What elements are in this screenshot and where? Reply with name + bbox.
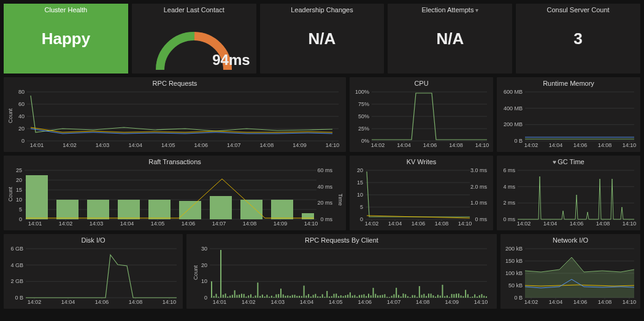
svg-rect-299: [426, 296, 427, 298]
svg-text:50 kB: 50 kB: [508, 282, 523, 289]
panel-leader-last-contact[interactable]: Leader Last Contact 94ms: [132, 4, 256, 74]
svg-rect-294: [414, 295, 415, 298]
svg-text:0: 0: [360, 216, 363, 222]
svg-text:14:08: 14:08: [416, 299, 430, 305]
svg-text:14:06: 14:06: [423, 142, 437, 148]
svg-rect-306: [442, 285, 443, 298]
svg-text:50%: 50%: [358, 113, 369, 119]
panel-runtime-memory[interactable]: Runtime Memory 0 B200 MB400 MB600 MB 14:…: [497, 77, 640, 152]
panel-election-attempts[interactable]: Election Attempts N/A: [388, 4, 512, 74]
gauge-value: 94ms: [212, 51, 250, 69]
svg-rect-281: [384, 294, 385, 298]
svg-rect-312: [456, 293, 457, 298]
svg-text:14:10: 14:10: [623, 299, 637, 305]
panel-title: Consul Server Count: [516, 4, 640, 13]
panel-leadership-changes[interactable]: Leadership Changes N/A: [260, 4, 385, 74]
panel-title: Cluster Health: [4, 4, 128, 13]
panel-rpc-requests-by-client[interactable]: RPC Requests By Client Count 0102030 14:…: [186, 234, 497, 309]
svg-rect-215: [232, 295, 233, 298]
svg-text:200 MB: 200 MB: [504, 121, 523, 127]
svg-rect-315: [462, 296, 464, 298]
svg-text:20: 20: [18, 126, 25, 132]
svg-text:14:02: 14:02: [517, 221, 531, 227]
svg-rect-218: [239, 295, 240, 298]
heart-icon: ♥: [553, 159, 556, 165]
svg-rect-300: [428, 293, 429, 298]
bars: [26, 175, 314, 219]
panel-title: RPC Requests By Client: [186, 234, 497, 244]
chart: Count 020406080 14:0114:0214:0314:0414:0…: [7, 89, 342, 149]
svg-text:14:01: 14:01: [213, 299, 227, 305]
svg-rect-291: [407, 296, 408, 298]
svg-text:14:06: 14:06: [182, 221, 196, 227]
panel-gc-time[interactable]: ♥GC Time 0 ms2 ms4 ms6 ms 14:0214:0414:0…: [497, 156, 640, 230]
svg-text:Count: Count: [193, 265, 199, 280]
svg-rect-114: [240, 200, 263, 219]
svg-marker-346: [525, 257, 634, 298]
svg-rect-256: [326, 291, 328, 298]
svg-text:0 B: 0 B: [514, 295, 523, 301]
svg-rect-109: [87, 200, 109, 219]
svg-text:14:01: 14:01: [30, 142, 44, 148]
svg-rect-222: [248, 295, 249, 298]
svg-rect-283: [389, 297, 390, 298]
svg-text:14:04: 14:04: [120, 221, 134, 227]
svg-text:14:02: 14:02: [63, 142, 77, 148]
panel-raft-transactions[interactable]: Raft Transactions Count Time 0510152025 …: [4, 156, 346, 230]
panel-cluster-health[interactable]: Cluster Health Happy: [4, 4, 128, 74]
svg-text:Count: Count: [7, 186, 13, 202]
svg-rect-268: [354, 295, 355, 298]
panel-title: Raft Transactions: [4, 156, 346, 165]
svg-rect-247: [305, 295, 307, 298]
svg-text:6 GB: 6 GB: [10, 246, 23, 252]
svg-text:14:04: 14:04: [549, 142, 563, 148]
svg-rect-244: [299, 296, 300, 298]
svg-rect-279: [380, 295, 381, 298]
svg-text:5: 5: [360, 204, 363, 210]
svg-rect-320: [474, 294, 475, 298]
svg-rect-304: [437, 295, 439, 298]
panel-kv-writes[interactable]: KV Writes 05101520 0 ms1.0 ms2.0 ms3.0 m…: [350, 156, 493, 230]
svg-rect-113: [210, 196, 232, 219]
svg-rect-264: [345, 295, 346, 298]
panel-network-io[interactable]: Network I/O 0 B50 kB100 kB150 kB200 kB 1…: [500, 234, 640, 309]
svg-text:14:02: 14:02: [524, 142, 539, 148]
svg-rect-261: [338, 296, 339, 298]
svg-rect-253: [320, 296, 321, 298]
panel-title: Disk I/O: [4, 234, 183, 244]
panel-title-dropdown[interactable]: Election Attempts: [388, 4, 512, 13]
svg-text:14:04: 14:04: [543, 221, 558, 227]
svg-rect-231: [269, 296, 270, 298]
svg-rect-278: [377, 295, 378, 298]
panel-rpc-requests[interactable]: RPC Requests Count 020406080 14:0114:021…: [4, 77, 346, 152]
svg-rect-107: [26, 175, 48, 219]
svg-text:25: 25: [16, 168, 22, 173]
svg-rect-219: [241, 293, 242, 298]
panel-disk-io[interactable]: Disk I/O 0 B2 GB4 GB6 GB 14:0214:0414:06…: [4, 234, 183, 309]
svg-text:4 GB: 4 GB: [10, 262, 23, 268]
panel-cpu[interactable]: CPU 0%25%50%75%100% 14:0214:0414:0614:08…: [350, 77, 493, 152]
stat-value: Happy: [42, 29, 90, 48]
svg-text:20: 20: [16, 177, 22, 183]
svg-rect-250: [313, 295, 314, 298]
svg-text:14:06: 14:06: [573, 142, 588, 148]
svg-rect-324: [483, 296, 485, 298]
svg-text:14:10: 14:10: [623, 142, 637, 148]
svg-text:75%: 75%: [358, 101, 369, 107]
svg-text:14:08: 14:08: [596, 221, 610, 227]
svg-rect-296: [419, 286, 420, 298]
svg-rect-302: [432, 295, 434, 298]
svg-rect-295: [416, 297, 418, 298]
svg-rect-234: [275, 295, 277, 298]
svg-text:60: 60: [18, 101, 25, 107]
svg-text:6 ms: 6 ms: [503, 168, 515, 173]
svg-text:14:04: 14:04: [388, 221, 402, 227]
panel-consul-server-count[interactable]: Consul Server Count 3: [516, 4, 640, 74]
svg-rect-227: [259, 296, 261, 298]
chart: 0 B2 GB4 GB6 GB 14:0214:0414:0614:0814:1…: [7, 246, 179, 306]
svg-text:14:01: 14:01: [28, 221, 42, 227]
svg-rect-233: [274, 297, 275, 298]
svg-rect-260: [335, 293, 337, 298]
svg-text:10: 10: [357, 192, 363, 198]
svg-text:14:04: 14:04: [128, 142, 142, 148]
